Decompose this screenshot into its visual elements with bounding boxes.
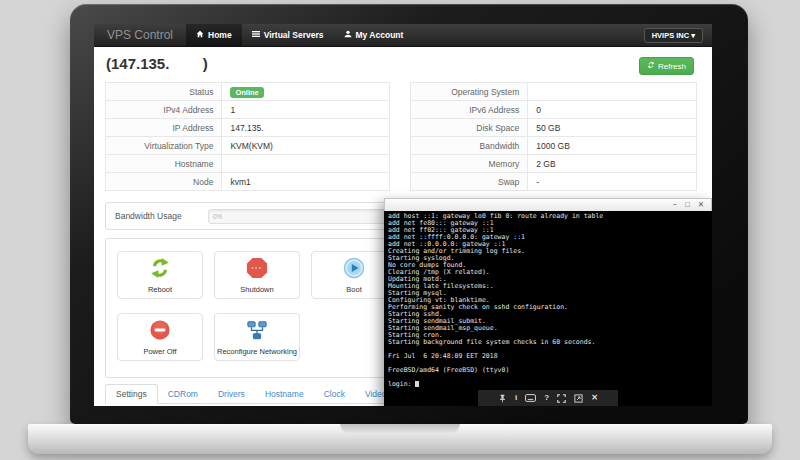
- list-icon: [252, 30, 260, 40]
- maximize-icon[interactable]: □: [685, 201, 690, 209]
- tab-hostname[interactable]: Hostname: [255, 385, 314, 403]
- action-label: Power Off: [143, 347, 176, 356]
- nav-item-label: Virtual Servers: [264, 30, 324, 40]
- row-value: [528, 83, 697, 101]
- table-row: IPv4 Address 1: [106, 101, 390, 119]
- table-row: Memory 2 GB: [411, 155, 697, 173]
- table-row: Bandwidth 1000 GB: [411, 137, 697, 155]
- row-label: Memory: [411, 155, 528, 173]
- row-value: -: [528, 173, 697, 191]
- action-label: Reconfigure Networking: [217, 347, 297, 356]
- bandwidth-percent: 0%: [213, 213, 222, 220]
- refresh-icon: [647, 61, 655, 71]
- table-row: Virtualization Type KVM(KVM): [106, 137, 390, 155]
- table-row: Status Online: [106, 83, 390, 101]
- shutdown-button[interactable]: Shutdown: [214, 251, 300, 299]
- tab-settings[interactable]: Settings: [105, 384, 158, 404]
- nav-item-label: Home: [208, 30, 232, 40]
- close-icon[interactable]: ✕: [591, 394, 598, 402]
- chevron-down-icon: ▾: [691, 31, 695, 40]
- home-icon: [196, 30, 204, 40]
- screen: VPS Control Home Virtual Servers My Acco…: [94, 24, 712, 406]
- row-value: 50 GB: [528, 119, 697, 137]
- row-label: IP Address: [106, 119, 222, 137]
- tab-drivers[interactable]: Drivers: [208, 385, 255, 403]
- terminal-cursor: [415, 381, 419, 387]
- terminal-line: Starting background file system checks i…: [388, 339, 708, 346]
- account-dropdown[interactable]: HVIPS INC ▾: [644, 28, 703, 43]
- nav-item-my-account[interactable]: My Account: [334, 24, 414, 46]
- table-row: IP Address 147.135.: [106, 119, 390, 137]
- row-value: kvm1: [222, 173, 390, 191]
- shutdown-icon: [246, 257, 268, 283]
- refresh-button-label: Refresh: [658, 62, 686, 71]
- action-label: Reboot: [148, 285, 172, 294]
- scale-icon[interactable]: [574, 394, 583, 403]
- server-info-table-right: Operating System IPv6 Address 0 Disk Spa…: [410, 82, 697, 191]
- user-icon: [344, 30, 352, 40]
- tab-cdrom[interactable]: CDRom: [158, 385, 208, 403]
- help-icon[interactable]: ?: [544, 394, 549, 402]
- action-label: Boot: [346, 285, 361, 294]
- bandwidth-label: Bandwidth Usage: [106, 211, 208, 221]
- close-icon[interactable]: ✕: [698, 201, 704, 209]
- terminal-line: login:: [388, 381, 708, 388]
- row-value: 147.135.: [222, 119, 390, 137]
- terminal-body[interactable]: add host ::1: gateway lo0 fib 0: route a…: [384, 211, 712, 390]
- action-label: Shutdown: [240, 285, 273, 294]
- info-icon[interactable]: i: [515, 394, 517, 402]
- refresh-button[interactable]: Refresh: [639, 57, 694, 75]
- row-value: 1: [222, 101, 390, 119]
- row-value: [222, 155, 390, 173]
- row-label: Disk Space: [411, 119, 528, 137]
- row-label: Virtualization Type: [106, 137, 222, 155]
- table-row: Hostname: [106, 155, 390, 173]
- console-toolbar: i ? ✕: [384, 390, 712, 406]
- table-row: Node kvm1: [106, 173, 390, 191]
- poweroff-icon: [149, 319, 171, 345]
- row-label: Status: [106, 83, 222, 101]
- page-title: (147.135. ): [106, 55, 208, 72]
- row-label: Hostname: [106, 155, 222, 173]
- row-label: IPv6 Address: [411, 101, 528, 119]
- laptop-base: [28, 424, 772, 454]
- row-label: Swap: [411, 173, 528, 191]
- network-icon: [246, 319, 268, 345]
- console-window: − □ ✕ add host ::1: gateway lo0 fib 0: r…: [384, 198, 712, 406]
- table-row: IPv6 Address 0: [411, 101, 697, 119]
- terminal-line: [388, 374, 708, 381]
- nav-item-label: My Account: [356, 30, 404, 40]
- tab-clock[interactable]: Clock: [314, 385, 355, 403]
- pin-icon[interactable]: [498, 394, 507, 403]
- row-label: Node: [106, 173, 222, 191]
- laptop-notch: [340, 424, 460, 433]
- reboot-button[interactable]: Reboot: [117, 251, 203, 299]
- console-titlebar[interactable]: − □ ✕: [384, 198, 712, 211]
- row-label: IPv4 Address: [106, 101, 222, 119]
- minimize-icon[interactable]: −: [673, 201, 677, 209]
- row-label: Operating System: [411, 83, 528, 101]
- console-toolbar-strip: i ? ✕: [478, 390, 618, 406]
- terminal-line: FreeBSD/amd64 (FreeBSD) (ttyv0): [388, 367, 708, 374]
- poweroff-button[interactable]: Power Off: [117, 313, 203, 361]
- table-row: Disk Space 50 GB: [411, 119, 697, 137]
- reconfigure-networking-button[interactable]: Reconfigure Networking: [214, 313, 300, 361]
- row-value: 0: [528, 101, 697, 119]
- server-info-table-left: Status Online IPv4 Address 1 IP Address …: [105, 82, 390, 191]
- nav-item-home[interactable]: Home: [186, 24, 242, 46]
- fullscreen-icon[interactable]: [557, 394, 566, 403]
- nav-item-virtual-servers[interactable]: Virtual Servers: [242, 24, 334, 46]
- row-value: KVM(KVM): [222, 137, 390, 155]
- navbar: VPS Control Home Virtual Servers My Acco…: [94, 24, 712, 47]
- table-row: Operating System: [411, 83, 697, 101]
- keyboard-icon[interactable]: [525, 394, 536, 402]
- boot-icon: [343, 257, 365, 283]
- brand-logo[interactable]: VPS Control: [94, 24, 186, 46]
- row-value: 1000 GB: [528, 137, 697, 155]
- row-value: 2 GB: [528, 155, 697, 173]
- reboot-icon: [149, 257, 171, 283]
- account-dropdown-label: HVIPS INC: [652, 31, 690, 40]
- status-badge: Online: [230, 87, 263, 98]
- row-label: Bandwidth: [411, 137, 528, 155]
- table-row: Swap -: [411, 173, 697, 191]
